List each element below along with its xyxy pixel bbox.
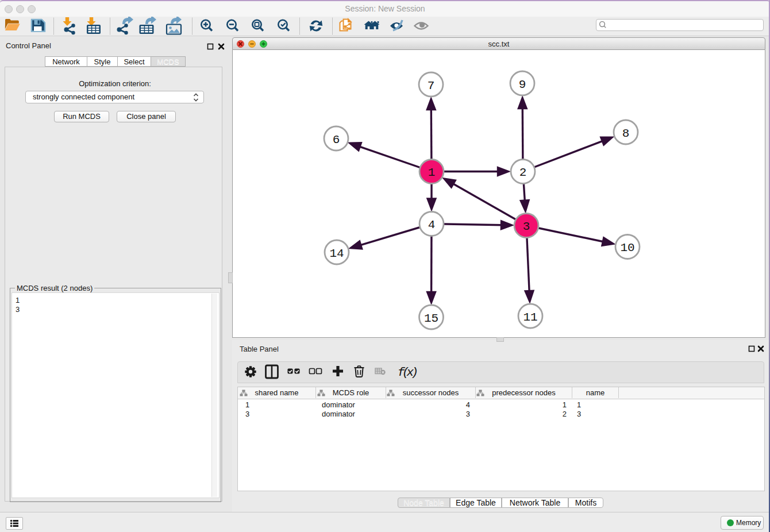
svg-text:7: 7 [428, 79, 435, 92]
svg-text:9: 9 [519, 78, 526, 91]
svg-text:11: 11 [523, 311, 537, 324]
svg-text:6: 6 [333, 133, 340, 147]
svg-text:15: 15 [424, 312, 438, 325]
svg-text:1: 1 [428, 166, 436, 179]
svg-text:4: 4 [428, 218, 436, 232]
svg-text:10: 10 [620, 241, 634, 255]
svg-text:f(x): f(x) [398, 366, 418, 379]
svg-text:2: 2 [519, 166, 527, 179]
svg-text:14: 14 [329, 247, 344, 260]
svg-text:8: 8 [622, 127, 630, 140]
svg-text:3: 3 [523, 220, 530, 233]
